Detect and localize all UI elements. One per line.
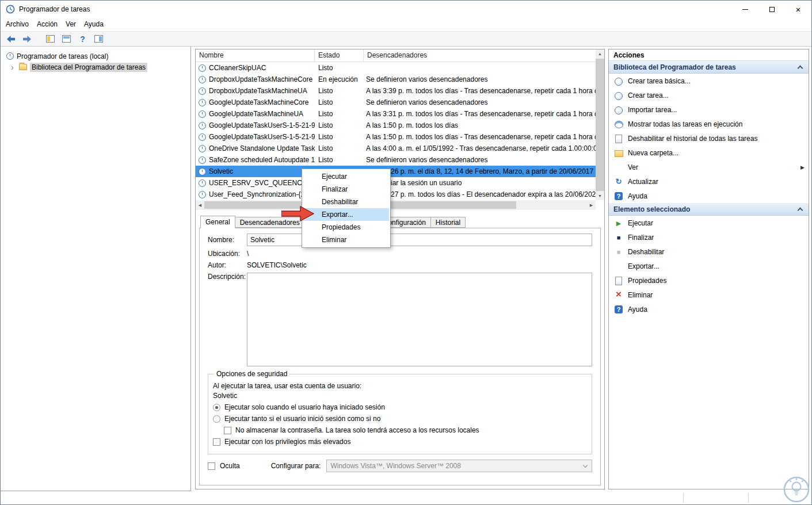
checkbox-highest-privileges-label: Ejecutar con los privilegios más elevado…	[224, 438, 350, 446]
task-row[interactable]: GoogleUpdateTaskUserS-1-5-21-9... Listo …	[196, 131, 596, 143]
scroll-left-icon[interactable]: ◀	[196, 203, 204, 208]
context-menu-item[interactable]: Eliminar	[303, 234, 389, 246]
collapse-section-button[interactable]	[795, 204, 805, 215]
action-item[interactable]: Nueva carpeta... ▶	[609, 146, 809, 160]
action-item[interactable]: Ejecutar ▶	[609, 216, 809, 230]
action-item[interactable]: Actualizar ▶	[609, 174, 809, 189]
task-name: OneDrive Standalone Update Task ...	[209, 144, 315, 152]
action-label: Finalizar	[628, 234, 809, 242]
help-icon: ?	[80, 35, 85, 44]
task-status: Listo	[315, 110, 364, 118]
column-header-desencadenadores[interactable]: Desencadenadores	[364, 49, 596, 62]
help-icon	[614, 192, 623, 201]
tree-item-library[interactable]: › Biblioteca del Programador de tareas	[1, 62, 190, 72]
task-import-icon	[614, 105, 623, 114]
radio-whether-logged-on[interactable]	[213, 415, 220, 423]
description-label: Descripción:	[208, 273, 247, 281]
task-row[interactable]: GoogleUpdateTaskUserS-1-5-21-9... Listo …	[196, 120, 596, 131]
checkbox-no-store-password[interactable]	[224, 427, 231, 434]
action-item[interactable]: Eliminar ▶	[609, 288, 809, 302]
help-button[interactable]: ?	[76, 33, 89, 45]
task-row[interactable]: DropboxUpdateTaskMachineUA Listo A las 3…	[196, 85, 596, 97]
column-header-estado[interactable]: Estado	[315, 49, 364, 62]
action-item[interactable]: Ayuda ▶	[609, 302, 809, 316]
task-row[interactable]: DropboxUpdateTaskMachineCore En ejecució…	[196, 74, 596, 85]
task-row[interactable]: SafeZone scheduled Autoupdate 1... Listo…	[196, 154, 596, 166]
task-status: Listo	[315, 64, 364, 72]
chevron-right-icon[interactable]: ›	[11, 63, 16, 71]
scroll-right-icon[interactable]: ▶	[587, 203, 596, 208]
name-label: Nombre:	[208, 236, 247, 244]
task-icon	[199, 87, 206, 95]
task-row[interactable]: GoogleUpdateTaskMachineUA Listo A las 3:…	[196, 108, 596, 120]
list-header: Nombre Estado Desencadenadores	[196, 49, 596, 62]
context-menu-item[interactable]: Propiedades	[303, 221, 389, 234]
show-action-pane-button[interactable]	[92, 33, 105, 45]
vertical-scrollbar[interactable]: ▲ ▼	[596, 49, 604, 200]
configure-for-select: Windows Vista™, Windows Server™ 2008	[326, 460, 592, 472]
action-item[interactable]: Importar tarea... ▶	[609, 102, 809, 117]
context-menu-item[interactable]: Finalizar	[303, 183, 389, 196]
action-item[interactable]: Deshabilitar el historial de todas las t…	[609, 131, 809, 146]
action-item[interactable]: Crear tarea básica... ▶	[609, 74, 809, 88]
menu-item[interactable]: Archivo	[2, 18, 33, 31]
actions-library-items: Crear tarea básica... ▶ Crear tarea... ▶…	[609, 74, 809, 203]
tree-item-root[interactable]: Programador de tareas (local)	[1, 51, 190, 62]
task-icon	[199, 156, 206, 164]
context-menu-item[interactable]: Exportar...	[303, 208, 389, 221]
tab-general[interactable]: General	[200, 216, 235, 228]
show-console-tree-button[interactable]	[44, 33, 57, 45]
action-item[interactable]: Propiedades ▶	[609, 273, 809, 288]
column-header-nombre[interactable]: Nombre	[196, 49, 315, 62]
actions-section-library-header[interactable]: Biblioteca del Programador de tareas	[609, 61, 809, 74]
radio-logged-on-only[interactable]	[213, 404, 220, 411]
task-row[interactable]: User_Feed_Synchronization-{2A... 27 p. m…	[196, 189, 596, 200]
task-row[interactable]: CCleanerSkipUAC Listo	[196, 62, 596, 74]
close-button[interactable]: ×	[785, 1, 811, 18]
action-item[interactable]: Ayuda ▶	[609, 189, 809, 203]
collapse-section-button[interactable]	[795, 62, 805, 72]
task-row[interactable]: Solvetic 26 p. m. el día 8, 12, 14 de Fe…	[196, 166, 596, 177]
context-menu-item[interactable]: Ejecutar	[303, 170, 389, 183]
status-divider	[748, 493, 749, 503]
task-name: DropboxUpdateTaskMachineCore	[209, 75, 312, 83]
actions-section-library-label: Biblioteca del Programador de tareas	[613, 63, 736, 71]
delete-icon	[614, 290, 623, 300]
action-label: Deshabilitar	[628, 248, 809, 256]
task-icon	[199, 99, 206, 106]
menu-item[interactable]: Ayuda	[80, 18, 108, 31]
checkbox-hidden[interactable]	[208, 462, 215, 470]
actions-section-selected-header[interactable]: Elemento seleccionado	[609, 203, 809, 216]
task-row[interactable]: USER_ESRV_SVC_QUEENCREEK iar la sesión u…	[196, 177, 596, 189]
action-item[interactable]: Ver ▶	[609, 160, 809, 174]
action-item[interactable]: Finalizar ▶	[609, 230, 809, 244]
forward-button[interactable]	[20, 33, 33, 45]
action-item[interactable]: Deshabilitar ▶	[609, 244, 809, 259]
task-name-field[interactable]	[247, 234, 592, 246]
menu-item[interactable]: Ver	[62, 18, 80, 31]
checkbox-highest-privileges[interactable]	[213, 438, 220, 446]
menu-item[interactable]: Acción	[33, 18, 62, 31]
horizontal-scrollbar[interactable]: ◀ ▶	[196, 200, 596, 210]
action-pane-icon	[94, 35, 103, 43]
task-row[interactable]: OneDrive Standalone Update Task ... List…	[196, 143, 596, 154]
action-item[interactable]: Mostrar todas las tareas en ejecución ▶	[609, 117, 809, 131]
maximize-button[interactable]	[758, 1, 785, 18]
maximize-icon	[769, 7, 775, 12]
description-field[interactable]	[247, 273, 592, 366]
scroll-up-icon[interactable]: ▲	[596, 49, 604, 58]
scroll-down-icon[interactable]: ▼	[596, 192, 604, 200]
main-region: Programador de tareas (local) › Bibliote…	[1, 47, 811, 491]
minimize-button[interactable]	[732, 1, 758, 18]
folder-icon	[19, 64, 27, 70]
action-item[interactable]: Exportar... ▶	[609, 259, 809, 273]
task-name: CCleanerSkipUAC	[209, 64, 266, 72]
tab-historial[interactable]: Historial	[430, 217, 466, 228]
action-item[interactable]: Crear tarea... ▶	[609, 88, 809, 102]
context-menu-item[interactable]: Deshabilitar	[303, 196, 389, 208]
task-row[interactable]: GoogleUpdateTaskMachineCore Listo Se def…	[196, 97, 596, 108]
export-list-button[interactable]	[60, 33, 73, 45]
task-icon	[199, 122, 206, 129]
back-button[interactable]	[4, 33, 17, 45]
vertical-scroll-thumb[interactable]	[596, 59, 604, 191]
